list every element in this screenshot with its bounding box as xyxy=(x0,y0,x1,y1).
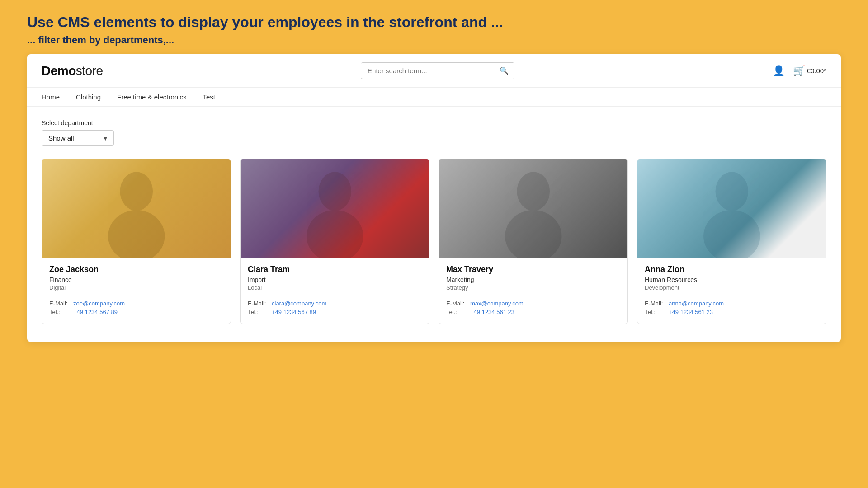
email-label-max: E-Mail: xyxy=(446,300,467,307)
employee-dept-zoe: Finance xyxy=(49,276,223,283)
header-icons: 👤 🛒 €0.00* xyxy=(773,65,826,77)
email-label-zoe: E-Mail: xyxy=(49,300,70,307)
employee-card-max: Max Travery Marketing Strategy E-Mail: m… xyxy=(439,159,628,324)
nav-item-free-time[interactable]: Free time & electronics xyxy=(117,93,186,101)
employee-subdept-zoe: Digital xyxy=(49,284,223,291)
employees-grid: Zoe Jackson Finance Digital E-Mail: zoe@… xyxy=(42,159,826,324)
contact-phone-row-clara: Tel.: +49 1234 567 89 xyxy=(248,309,422,315)
search-icon: 🔍 xyxy=(500,67,509,75)
nav-item-test[interactable]: Test xyxy=(203,93,215,101)
svg-point-5 xyxy=(505,210,561,258)
contact-phone-row-zoe: Tel.: +49 1234 567 89 xyxy=(49,309,223,315)
store-nav: Home Clothing Free time & electronics Te… xyxy=(27,88,841,107)
svg-point-0 xyxy=(120,172,153,211)
contact-email-row-clara: E-Mail: clara@company.com xyxy=(248,300,422,307)
employee-contact-max: E-Mail: max@company.com Tel.: +49 1234 5… xyxy=(439,296,627,324)
employee-name-anna: Anna Zion xyxy=(645,265,819,274)
employee-dept-clara: Import xyxy=(248,276,422,283)
employee-photo-max xyxy=(439,159,627,258)
email-link-max[interactable]: max@company.com xyxy=(470,300,524,307)
employee-info-zoe: Zoe Jackson Finance Digital xyxy=(42,258,231,296)
email-label-clara: E-Mail: xyxy=(248,300,268,307)
employee-photo-clara xyxy=(241,159,429,258)
employee-name-zoe: Zoe Jackson xyxy=(49,265,223,274)
dept-select-label: Select department xyxy=(42,119,826,127)
employee-card-clara: Clara Tram Import Local E-Mail: clara@co… xyxy=(240,159,429,324)
storefront: Demostore 🔍 👤 🛒 €0.00* Home Clothing Fre… xyxy=(27,54,841,342)
employee-info-clara: Clara Tram Import Local xyxy=(241,258,429,296)
dept-select[interactable]: Show all xyxy=(42,130,114,146)
contact-phone-row-anna: Tel.: +49 1234 561 23 xyxy=(645,309,819,315)
employee-name-clara: Clara Tram xyxy=(248,265,422,274)
store-logo: Demostore xyxy=(42,64,103,78)
svg-point-4 xyxy=(517,172,550,211)
store-main: Select department Show all ▼ xyxy=(27,107,841,342)
employee-card-anna: Anna Zion Human Resources Development E-… xyxy=(637,159,826,324)
employee-name-max: Max Travery xyxy=(446,265,620,274)
contact-email-row-max: E-Mail: max@company.com xyxy=(446,300,620,307)
nav-item-clothing[interactable]: Clothing xyxy=(76,93,101,101)
contact-phone-row-max: Tel.: +49 1234 561 23 xyxy=(446,309,620,315)
email-label-anna: E-Mail: xyxy=(645,300,665,307)
svg-point-6 xyxy=(715,172,748,211)
employee-photo-anna xyxy=(637,159,826,258)
employee-dept-max: Marketing xyxy=(446,276,620,283)
account-icon[interactable]: 👤 xyxy=(773,65,785,77)
cart-icon[interactable]: 🛒 €0.00* xyxy=(793,65,826,77)
nav-item-home[interactable]: Home xyxy=(42,93,60,101)
email-link-zoe[interactable]: zoe@company.com xyxy=(73,300,125,307)
employee-subdept-clara: Local xyxy=(248,284,422,291)
svg-point-1 xyxy=(108,210,165,258)
phone-label-clara: Tel.: xyxy=(248,309,268,315)
search-input[interactable] xyxy=(361,63,494,78)
employee-info-max: Max Travery Marketing Strategy xyxy=(439,258,627,296)
search-button[interactable]: 🔍 xyxy=(494,63,514,79)
page-subheadline: ... filter them by departments,... xyxy=(27,34,841,46)
employee-photo-zoe xyxy=(42,159,231,258)
contact-email-row-zoe: E-Mail: zoe@company.com xyxy=(49,300,223,307)
logo-light: store xyxy=(76,64,103,78)
store-header: Demostore 🔍 👤 🛒 €0.00* xyxy=(27,54,841,88)
phone-label-anna: Tel.: xyxy=(645,309,665,315)
employee-subdept-anna: Development xyxy=(645,284,819,291)
employee-subdept-max: Strategy xyxy=(446,284,620,291)
email-link-anna[interactable]: anna@company.com xyxy=(669,300,724,307)
page-headline: Use CMS elements to display your employe… xyxy=(27,14,841,31)
dept-select-wrapper: Show all ▼ xyxy=(42,130,114,146)
phone-link-clara[interactable]: +49 1234 567 89 xyxy=(272,309,316,315)
employee-contact-zoe: E-Mail: zoe@company.com Tel.: +49 1234 5… xyxy=(42,296,231,324)
email-link-clara[interactable]: clara@company.com xyxy=(272,300,326,307)
svg-point-7 xyxy=(703,210,760,258)
svg-point-3 xyxy=(307,210,363,258)
employee-info-anna: Anna Zion Human Resources Development xyxy=(637,258,826,296)
search-bar: 🔍 xyxy=(361,62,514,79)
employee-contact-clara: E-Mail: clara@company.com Tel.: +49 1234… xyxy=(241,296,429,324)
phone-link-anna[interactable]: +49 1234 561 23 xyxy=(669,309,713,315)
cart-amount: €0.00* xyxy=(807,67,826,75)
logo-bold: Demo xyxy=(42,64,76,78)
phone-label-zoe: Tel.: xyxy=(49,309,70,315)
employee-contact-anna: E-Mail: anna@company.com Tel.: +49 1234 … xyxy=(637,296,826,324)
employee-dept-anna: Human Resources xyxy=(645,276,819,283)
employee-card-zoe: Zoe Jackson Finance Digital E-Mail: zoe@… xyxy=(42,159,231,324)
phone-label-max: Tel.: xyxy=(446,309,467,315)
phone-link-max[interactable]: +49 1234 561 23 xyxy=(470,309,514,315)
contact-email-row-anna: E-Mail: anna@company.com xyxy=(645,300,819,307)
svg-point-2 xyxy=(318,172,351,211)
phone-link-zoe[interactable]: +49 1234 567 89 xyxy=(73,309,118,315)
